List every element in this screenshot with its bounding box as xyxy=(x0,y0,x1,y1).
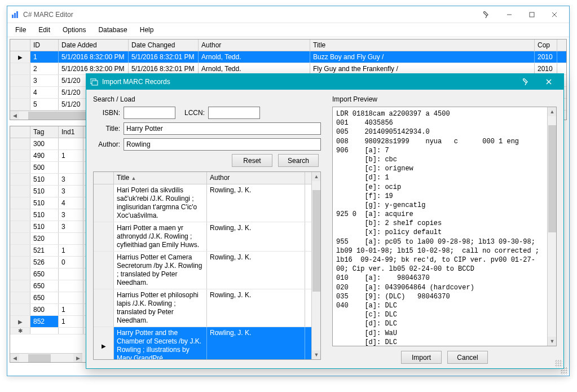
col-ind1[interactable]: Ind1 xyxy=(59,126,83,138)
records-grid-header: ID Date Added Date Changed Author Title … xyxy=(10,39,566,51)
menu-database[interactable]: Database xyxy=(93,24,133,36)
import-dialog: Import MARC Records Search / Load ISBN: … xyxy=(86,73,564,369)
row-handle[interactable] xyxy=(10,221,30,232)
main-titlebar[interactable]: C# MARC Editor xyxy=(7,6,569,23)
menubar: File Edit Options Database Help xyxy=(7,23,569,37)
svg-rect-1 xyxy=(14,13,16,18)
row-handle[interactable] xyxy=(10,304,30,315)
preview-vscroll[interactable]: ▲ ▼ xyxy=(547,107,556,346)
col-result-title[interactable]: Title ▲ xyxy=(114,172,207,184)
row-handle[interactable] xyxy=(10,209,30,221)
col-id[interactable]: ID xyxy=(30,39,59,51)
row-handle[interactable] xyxy=(10,63,30,74)
tags-grid-hscroll[interactable]: ◀ ▶ xyxy=(10,353,82,362)
dialog-titlebar[interactable]: Import MARC Records xyxy=(86,74,563,90)
row-handle[interactable] xyxy=(10,174,30,185)
menu-file[interactable]: File xyxy=(10,24,32,36)
row-handle[interactable] xyxy=(10,292,30,303)
tags-row[interactable]: 520 xyxy=(10,233,91,245)
tags-row[interactable]: 5103 xyxy=(10,174,91,186)
menu-edit[interactable]: Edit xyxy=(33,24,56,36)
tags-row[interactable]: 4901 xyxy=(10,150,91,162)
row-handle[interactable] xyxy=(10,162,30,173)
results-grid-vscroll[interactable]: ▲ ▼ xyxy=(311,172,320,359)
row-handle[interactable]: ✱ xyxy=(10,328,30,334)
svg-rect-2 xyxy=(16,11,18,18)
import-button[interactable]: Import xyxy=(401,351,442,364)
lccn-label: LCCN: xyxy=(182,109,205,117)
sort-asc-icon: ▲ xyxy=(131,175,136,182)
row-handle[interactable]: ▶ xyxy=(10,316,30,327)
row-handle[interactable] xyxy=(10,245,30,256)
tags-row[interactable]: 300 xyxy=(10,138,91,150)
tags-row[interactable]: 650 xyxy=(10,280,91,292)
tags-row[interactable]: 5103 xyxy=(10,209,91,221)
dialog-resize-grip[interactable] xyxy=(554,359,562,367)
tags-row[interactable]: 5103 xyxy=(10,186,91,197)
result-row[interactable]: Hari Poteri da sikvdilis sač'uk'rebi /J.… xyxy=(94,184,320,222)
isbn-input[interactable] xyxy=(124,107,175,119)
col-date-added[interactable]: Date Added xyxy=(59,39,129,51)
tags-row[interactable]: 500 xyxy=(10,162,91,174)
author-input[interactable] xyxy=(124,138,321,151)
cancel-button[interactable]: Cancel xyxy=(447,351,488,364)
svg-rect-0 xyxy=(12,15,14,18)
dialog-icon xyxy=(90,77,99,86)
row-handle[interactable]: ▶ xyxy=(10,51,30,63)
row-handle[interactable] xyxy=(10,99,30,110)
minimize-button[interactable] xyxy=(498,7,521,23)
dialog-pin-icon[interactable] xyxy=(515,74,538,89)
title-label: Title: xyxy=(93,125,120,133)
col-cop[interactable]: Cop xyxy=(535,39,557,51)
row-handle[interactable] xyxy=(94,252,114,289)
row-handle[interactable] xyxy=(10,280,30,292)
result-row[interactable]: ▶Harry Potter and the Chamber of Secrets… xyxy=(94,327,320,360)
tags-row[interactable]: ▶8521 xyxy=(10,316,91,328)
row-handle[interactable] xyxy=(94,222,114,251)
title-input[interactable] xyxy=(124,122,321,135)
result-row[interactable]: Harrius Potter et philosophi lapis /J.K.… xyxy=(94,289,320,327)
results-grid[interactable]: Title ▲ Author Hari Poteri da sikvdilis … xyxy=(93,171,321,360)
row-handle[interactable] xyxy=(10,150,30,161)
col-tag[interactable]: Tag xyxy=(30,126,59,138)
records-row[interactable]: ▶15/1/2016 8:32:00 PM5/1/2016 8:32:01 PM… xyxy=(10,51,566,63)
row-handle[interactable] xyxy=(10,87,30,98)
lccn-input[interactable] xyxy=(208,107,260,119)
menu-help[interactable]: Help xyxy=(134,24,160,36)
result-row[interactable]: Harri Potter a maen yr athronydd /J.K. R… xyxy=(94,222,320,252)
search-button[interactable]: Search xyxy=(278,154,319,167)
tags-row[interactable]: 8001 xyxy=(10,304,91,316)
row-handle[interactable] xyxy=(10,186,30,197)
row-handle[interactable] xyxy=(10,197,30,209)
tags-grid[interactable]: Tag Ind1 3004901500510351035104510351035… xyxy=(10,126,92,363)
col-author[interactable]: Author xyxy=(199,39,310,51)
row-handle[interactable] xyxy=(10,233,30,244)
tags-row[interactable]: 5104 xyxy=(10,197,91,209)
tags-row[interactable]: 650 xyxy=(10,268,91,280)
col-title[interactable]: Title xyxy=(310,39,535,51)
row-handle[interactable] xyxy=(10,75,30,86)
pin-icon[interactable] xyxy=(475,7,498,23)
results-grid-header: Title ▲ Author xyxy=(94,172,320,184)
tags-row[interactable]: 5260 xyxy=(10,257,91,268)
col-result-author[interactable]: Author xyxy=(207,172,305,184)
tags-grid-header: Tag Ind1 xyxy=(10,126,91,138)
row-handle[interactable] xyxy=(10,138,30,149)
row-handle[interactable]: ▶ xyxy=(94,327,114,360)
dialog-close-button[interactable] xyxy=(538,74,560,89)
row-handle[interactable] xyxy=(94,289,114,327)
close-button[interactable] xyxy=(543,7,566,23)
row-handle[interactable] xyxy=(94,184,114,222)
result-row[interactable]: Harrius Potter et Camera Secretorum /by … xyxy=(94,252,320,289)
tags-row[interactable]: ✱ xyxy=(10,328,91,334)
col-date-changed[interactable]: Date Changed xyxy=(129,39,199,51)
tags-row[interactable]: 5211 xyxy=(10,245,91,257)
tags-row[interactable]: 5103 xyxy=(10,221,91,233)
row-handle[interactable] xyxy=(10,257,30,268)
reset-button[interactable]: Reset xyxy=(232,154,272,167)
maximize-button[interactable] xyxy=(521,7,543,23)
menu-options[interactable]: Options xyxy=(57,24,91,36)
row-handle[interactable] xyxy=(10,268,30,280)
preview-box[interactable]: LDR 01818cam a2200397 a 4500 001 4035856… xyxy=(332,107,557,346)
tags-row[interactable]: 650 xyxy=(10,292,91,304)
